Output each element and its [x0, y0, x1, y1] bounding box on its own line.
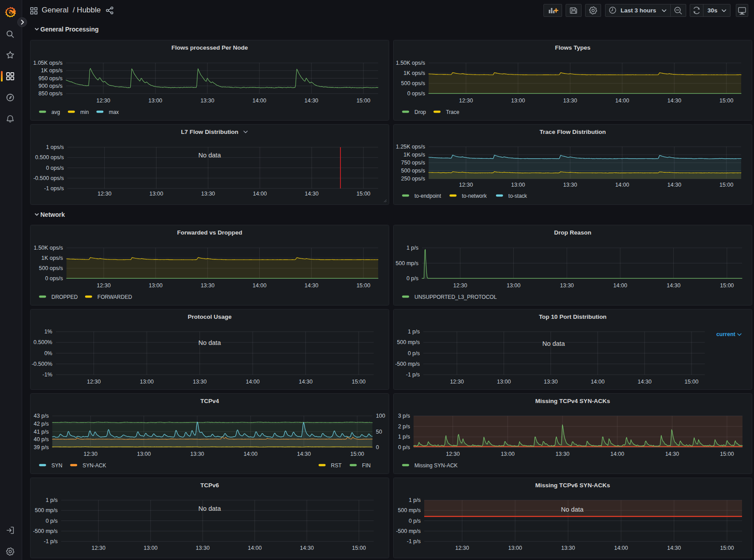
svg-text:1K ops/s: 1K ops/s: [41, 67, 63, 74]
svg-text:-1 ops/s: -1 ops/s: [44, 185, 64, 192]
svg-text:15:00: 15:00: [356, 282, 370, 289]
svg-text:14:00: 14:00: [615, 98, 629, 104]
svg-text:0 p/s: 0 p/s: [408, 350, 420, 356]
svg-text:1 p/s: 1 p/s: [46, 497, 58, 503]
svg-text:Flows processed Per Node: Flows processed Per Node: [172, 44, 248, 51]
svg-text:13:30: 13:30: [555, 451, 569, 457]
svg-text:500 ops/s: 500 ops/s: [401, 168, 425, 174]
svg-text:1K ops/s: 1K ops/s: [41, 255, 63, 261]
svg-text:13:00: 13:00: [140, 379, 153, 385]
svg-text:12:30: 12:30: [453, 282, 467, 289]
svg-text:0 p/s: 0 p/s: [406, 275, 418, 282]
svg-text:950 ops/s: 950 ops/s: [39, 75, 63, 82]
svg-text:Flows Types: Flows Types: [555, 44, 590, 51]
svg-text:1 p/s: 1 p/s: [409, 497, 421, 503]
svg-text:TCPv4: TCPv4: [200, 398, 219, 404]
svg-text:2 p/s: 2 p/s: [398, 423, 410, 430]
svg-text:250 ops/s: 250 ops/s: [401, 176, 425, 182]
svg-text:UNSUPPORTED_L3_PROTOCOL: UNSUPPORTED_L3_PROTOCOL: [414, 294, 497, 300]
svg-text:12:30: 12:30: [96, 98, 110, 104]
svg-text:100: 100: [376, 413, 385, 419]
svg-text:15:00: 15:00: [356, 98, 370, 104]
svg-text:0 p/s: 0 p/s: [398, 444, 410, 450]
svg-text:13:30: 13:30: [200, 98, 214, 104]
svg-text:13:00: 13:00: [497, 379, 511, 385]
svg-text:13:00: 13:00: [144, 545, 157, 551]
svg-text:13:00: 13:00: [148, 98, 162, 104]
svg-text:13:30: 13:30: [190, 451, 204, 457]
svg-text:14:30: 14:30: [300, 545, 314, 551]
svg-text:1.50K ops/s: 1.50K ops/s: [34, 245, 63, 251]
svg-text:13:30: 13:30: [196, 545, 210, 551]
svg-text:-0.500 ops/s: -0.500 ops/s: [33, 175, 64, 181]
svg-text:13:00: 13:00: [501, 451, 515, 457]
svg-text:14:30: 14:30: [638, 379, 652, 385]
svg-text:13:30: 13:30: [560, 282, 574, 289]
svg-text:50: 50: [376, 429, 382, 435]
svg-text:1K ops/s: 1K ops/s: [403, 70, 425, 76]
svg-text:14:30: 14:30: [665, 451, 679, 457]
svg-text:to-stack: to-stack: [508, 193, 527, 199]
svg-text:Missing TCPv4 SYN-ACKs: Missing TCPv4 SYN-ACKs: [535, 398, 610, 404]
svg-text:-0.500%: -0.500%: [31, 361, 52, 367]
svg-text:1.25K ops/s: 1.25K ops/s: [396, 144, 425, 150]
svg-text:15:00: 15:00: [352, 545, 366, 551]
svg-text:14:30: 14:30: [668, 98, 681, 104]
svg-text:850 ops/s: 850 ops/s: [39, 90, 63, 97]
svg-text:L7 Flow Distribution: L7 Flow Distribution: [181, 129, 238, 135]
svg-text:FIN: FIN: [362, 462, 371, 469]
svg-text:1K ops/s: 1K ops/s: [403, 152, 425, 158]
svg-text:SYN: SYN: [51, 462, 63, 469]
svg-text:-1 p/s: -1 p/s: [406, 372, 420, 378]
svg-text:41 p/s: 41 p/s: [34, 429, 49, 435]
svg-text:14:00: 14:00: [615, 182, 629, 188]
svg-text:Forwarded vs Dropped: Forwarded vs Dropped: [177, 229, 242, 236]
svg-text:14:00: 14:00: [248, 545, 262, 551]
svg-text:12:30: 12:30: [87, 379, 101, 385]
svg-text:Trace Flow Distribution: Trace Flow Distribution: [539, 129, 606, 135]
svg-text:15:00: 15:00: [720, 545, 734, 551]
svg-text:12:30: 12:30: [459, 98, 473, 104]
svg-text:12:30: 12:30: [84, 451, 98, 457]
svg-text:RST: RST: [331, 462, 342, 469]
svg-text:13:00: 13:00: [511, 98, 525, 104]
svg-text:14:30: 14:30: [668, 182, 681, 188]
svg-text:1 p/s: 1 p/s: [398, 434, 410, 440]
svg-text:13:00: 13:00: [507, 282, 520, 289]
svg-text:1.50K ops/s: 1.50K ops/s: [396, 60, 425, 66]
svg-text:14:30: 14:30: [305, 98, 318, 104]
svg-text:1.05K ops/s: 1.05K ops/s: [33, 60, 63, 66]
svg-text:14:00: 14:00: [252, 98, 266, 104]
svg-text:15:00: 15:00: [720, 451, 734, 457]
svg-text:15:00: 15:00: [352, 379, 365, 385]
svg-text:43 p/s: 43 p/s: [34, 413, 49, 419]
svg-text:750 ops/s: 750 ops/s: [401, 160, 425, 166]
svg-text:500 mp/s: 500 mp/s: [397, 339, 420, 345]
svg-text:No data: No data: [199, 339, 222, 346]
svg-text:FORWARDED: FORWARDED: [98, 294, 132, 300]
svg-text:0%: 0%: [44, 350, 52, 356]
svg-text:Protocol Usage: Protocol Usage: [188, 313, 232, 320]
svg-text:14:00: 14:00: [591, 379, 605, 385]
svg-text:14:00: 14:00: [246, 379, 259, 385]
svg-text:14:00: 14:00: [244, 451, 258, 457]
svg-text:14:00: 14:00: [614, 545, 628, 551]
svg-text:14:30: 14:30: [667, 282, 680, 289]
svg-text:Drop Reason: Drop Reason: [554, 229, 591, 236]
svg-text:0.500 ops/s: 0.500 ops/s: [35, 154, 64, 161]
svg-text:No data: No data: [561, 506, 584, 513]
svg-text:12:30: 12:30: [92, 545, 105, 551]
svg-text:15:00: 15:00: [719, 182, 733, 188]
svg-text:0 p/s: 0 p/s: [409, 518, 421, 524]
svg-text:13:30: 13:30: [563, 98, 577, 104]
svg-text:1 ops/s: 1 ops/s: [46, 144, 64, 150]
svg-text:No data: No data: [543, 340, 566, 347]
svg-text:14:00: 14:00: [610, 451, 624, 457]
svg-text:-1%: -1%: [43, 372, 52, 378]
svg-text:to-endpoint: to-endpoint: [414, 193, 441, 199]
svg-text:12:30: 12:30: [98, 191, 111, 197]
svg-text:1 p/s: 1 p/s: [406, 245, 418, 251]
svg-text:current: current: [716, 331, 736, 337]
svg-text:14:30: 14:30: [305, 282, 318, 289]
svg-text:Drop: Drop: [414, 109, 426, 115]
